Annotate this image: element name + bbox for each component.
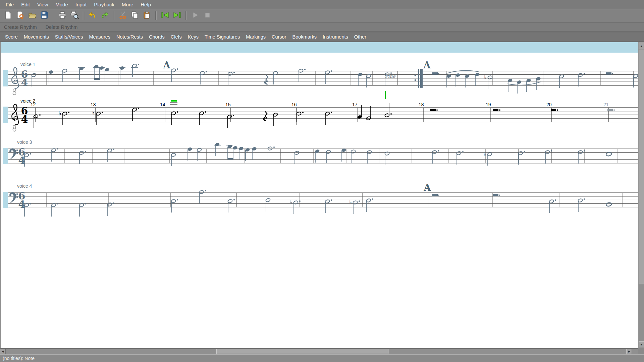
rest[interactable] xyxy=(493,109,500,111)
open-button[interactable] xyxy=(27,11,37,21)
note[interactable] xyxy=(227,199,235,213)
note[interactable] xyxy=(384,103,392,117)
menu-help[interactable]: Help xyxy=(137,1,155,8)
save-button[interactable] xyxy=(39,11,49,21)
note[interactable]: ♭ xyxy=(484,74,493,89)
staff-voice-4[interactable]: voice 464♭♭A xyxy=(3,182,638,217)
new-from-template-button[interactable] xyxy=(15,11,25,21)
cmdmenu-staffs-voices[interactable]: Staffs/Voices xyxy=(52,33,86,41)
note[interactable] xyxy=(187,147,192,161)
rest[interactable] xyxy=(606,72,613,75)
menu-file[interactable]: File xyxy=(2,1,17,8)
cmdmenu-bookmarks[interactable]: Bookmarks xyxy=(289,33,320,41)
voice-label[interactable]: voice 3 xyxy=(17,139,32,145)
rest[interactable] xyxy=(264,111,267,121)
note[interactable] xyxy=(107,148,114,162)
rest[interactable] xyxy=(430,109,438,111)
note[interactable] xyxy=(273,113,278,126)
menu-mode[interactable]: Mode xyxy=(52,1,72,8)
cmdmenu-score[interactable]: Score xyxy=(2,33,21,41)
note[interactable] xyxy=(33,114,41,128)
note[interactable] xyxy=(298,69,306,82)
delete-rhythm-button[interactable]: Delete Rhythm xyxy=(46,24,78,30)
scroll-down-arrow[interactable]: ▼ xyxy=(639,341,644,348)
note[interactable] xyxy=(507,78,513,92)
note[interactable] xyxy=(367,150,372,164)
horizontal-scrollbar[interactable]: ◀ ▶ xyxy=(0,348,638,354)
note[interactable] xyxy=(549,199,556,213)
note[interactable] xyxy=(273,71,278,84)
score-canvas[interactable]: voice 164♭AAFinevoice 264121314151617181… xyxy=(0,42,638,348)
rest[interactable] xyxy=(607,109,615,111)
cmdmenu-time-signatures[interactable]: Time Signatures xyxy=(202,33,243,41)
note[interactable] xyxy=(131,64,139,77)
menu-view[interactable]: View xyxy=(34,1,52,8)
copy-button[interactable] xyxy=(130,11,140,21)
menu-more[interactable]: More xyxy=(118,1,137,8)
note[interactable] xyxy=(79,151,86,164)
create-rhythm-button[interactable]: Create Rhythm xyxy=(4,24,37,30)
note[interactable] xyxy=(578,198,585,212)
stop-button[interactable] xyxy=(202,11,212,21)
rest[interactable] xyxy=(265,75,268,84)
note[interactable] xyxy=(104,67,109,81)
play-button[interactable] xyxy=(190,11,200,21)
note[interactable] xyxy=(545,150,552,164)
note[interactable] xyxy=(51,203,58,217)
menu-edit[interactable]: Edit xyxy=(17,1,34,8)
voice-label[interactable]: voice 4 xyxy=(17,183,32,189)
rest[interactable] xyxy=(432,72,439,75)
note[interactable] xyxy=(315,149,320,163)
note[interactable] xyxy=(325,199,332,213)
note[interactable] xyxy=(245,147,250,161)
cmdmenu-instruments[interactable]: Instruments xyxy=(320,33,351,41)
note[interactable] xyxy=(171,199,178,213)
print-button[interactable] xyxy=(57,11,67,21)
note[interactable] xyxy=(559,74,564,88)
cmdmenu-clefs[interactable]: Clefs xyxy=(168,33,185,41)
note[interactable] xyxy=(31,73,36,86)
rest[interactable] xyxy=(493,194,500,196)
go-to-end-button[interactable] xyxy=(172,11,182,21)
paste-button[interactable] xyxy=(142,11,152,21)
cmdmenu-chords[interactable]: Chords xyxy=(146,33,168,41)
note[interactable] xyxy=(132,108,139,121)
note[interactable] xyxy=(171,111,178,125)
menu-playback[interactable]: Playback xyxy=(90,1,118,8)
note[interactable]: ♭ xyxy=(349,199,360,214)
cmdmenu-markings[interactable]: Markings xyxy=(243,33,269,41)
vertical-scroll-thumb[interactable] xyxy=(639,50,644,284)
note[interactable] xyxy=(78,66,85,80)
scroll-up-arrow[interactable]: ▲ xyxy=(639,43,644,49)
cmdmenu-notes-rests[interactable]: Notes/Rests xyxy=(113,33,146,41)
note[interactable] xyxy=(79,203,86,217)
staff-voice-2[interactable]: voice 26412131415161718192021♭♮ xyxy=(3,98,638,131)
note[interactable] xyxy=(48,70,53,83)
note[interactable] xyxy=(252,146,257,160)
staff-tab[interactable] xyxy=(3,192,8,208)
note[interactable] xyxy=(366,198,373,212)
cmdmenu-cursor[interactable]: Cursor xyxy=(269,33,289,41)
note[interactable] xyxy=(267,146,275,160)
rest[interactable] xyxy=(551,109,558,111)
note[interactable] xyxy=(200,71,207,84)
note[interactable] xyxy=(107,202,114,216)
note[interactable] xyxy=(93,64,100,78)
voice-label[interactable]: voice 1 xyxy=(20,62,36,67)
note[interactable] xyxy=(518,151,525,165)
cmdmenu-measures[interactable]: Measures xyxy=(86,33,113,41)
print-preview-button[interactable] xyxy=(69,11,79,21)
note[interactable] xyxy=(197,148,202,161)
note[interactable] xyxy=(171,68,178,82)
cmdmenu-keys[interactable]: Keys xyxy=(185,33,202,41)
redo-button[interactable] xyxy=(100,11,110,21)
note[interactable]: ♮ xyxy=(92,110,103,125)
note[interactable] xyxy=(199,190,206,203)
note[interactable] xyxy=(432,150,439,164)
note[interactable] xyxy=(536,76,541,90)
note[interactable] xyxy=(119,66,125,79)
scroll-left-arrow[interactable]: ◀ xyxy=(0,349,6,354)
go-to-start-button[interactable] xyxy=(160,11,170,21)
scroll-right-arrow[interactable]: ▶ xyxy=(626,349,632,354)
note[interactable] xyxy=(294,151,299,164)
